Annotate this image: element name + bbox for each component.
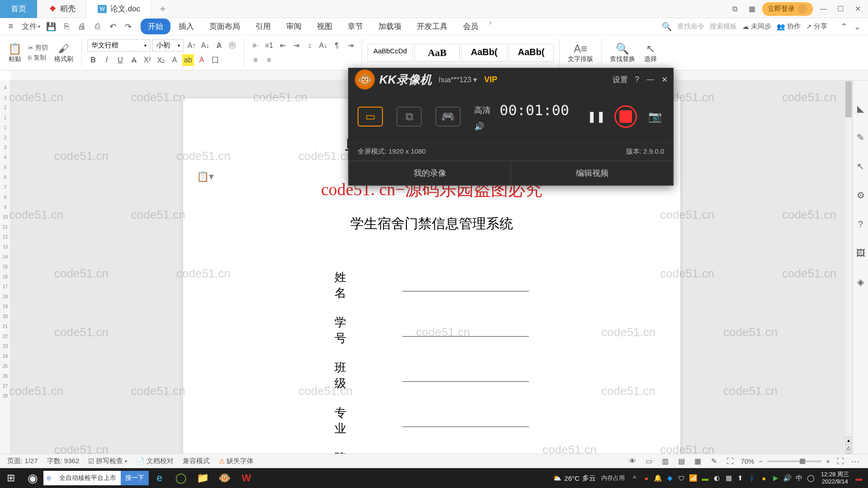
vertical-scrollbar[interactable] <box>845 81 852 447</box>
kk-pause-button[interactable]: ❚❚ <box>587 108 605 126</box>
phonetic-icon[interactable]: ㊥ <box>226 40 238 52</box>
file-menu[interactable]: 文件▾ <box>20 20 42 33</box>
collapse-up-icon[interactable]: ⌃ <box>837 20 850 33</box>
text-effect-button[interactable]: A <box>169 54 180 66</box>
cortana-icon[interactable]: ◉ <box>22 468 43 488</box>
edit-icon[interactable]: ✎ <box>708 455 720 467</box>
shrink-font-icon[interactable]: A↓ <box>199 40 211 52</box>
scroll-thumb[interactable] <box>845 81 852 117</box>
expand-down-icon[interactable]: ⌄ <box>851 20 863 33</box>
align-center-icon[interactable]: ≡ <box>263 54 275 66</box>
tray-app3-icon[interactable]: ◆ <box>665 473 675 483</box>
menu-tab-member[interactable]: 会员 <box>456 19 486 34</box>
font-color-button[interactable]: A <box>196 54 208 66</box>
ie-taskbar-icon[interactable]: e <box>149 468 170 488</box>
pen-tool-icon[interactable]: ✎ <box>855 132 866 143</box>
save-icon[interactable]: 💾 <box>45 20 57 33</box>
tray-app7-icon[interactable]: ▶ <box>770 473 781 483</box>
tray-app1-icon[interactable]: ● <box>641 473 652 483</box>
kk-fullscreen-mode[interactable]: ▭ <box>358 107 383 127</box>
fullscreen-icon[interactable]: ⛶ <box>835 455 846 467</box>
browser-icon[interactable]: ◯ <box>170 468 192 488</box>
print-icon[interactable]: 🖨 <box>75 20 88 33</box>
vertical-ruler[interactable]: 4321123456789101112131415161718192021222… <box>0 80 11 468</box>
kk-settings-button[interactable]: 设置 <box>613 75 628 85</box>
notification-icon[interactable]: ▬ <box>854 473 864 483</box>
image-tool-icon[interactable]: 🖼 <box>855 248 866 258</box>
search-icon[interactable]: 🔍 <box>662 22 672 32</box>
menu-tab-chapter[interactable]: 章节 <box>340 19 370 34</box>
format-painter-button[interactable]: 🖌 格式刷 <box>52 42 76 64</box>
kk-window-mode[interactable]: ⧉ <box>396 107 422 127</box>
copy-button[interactable]: ⎘复制 <box>28 54 48 62</box>
tray-app8-icon[interactable]: ◯ <box>806 473 816 483</box>
kk-quality[interactable]: 高清 <box>474 105 491 116</box>
kk-close-button[interactable]: ✕ <box>661 75 668 84</box>
style-heading2[interactable]: AaBb( <box>462 44 507 62</box>
view-web-icon[interactable]: ▥ <box>659 455 671 467</box>
kk-edit-video-button[interactable]: 编辑视频 <box>511 161 673 185</box>
italic-button[interactable]: I <box>101 54 113 66</box>
kk-recorder-window[interactable]: KK录像机 hua***123 ▾ VIP 设置 ? — ✕ ▭ ⧉ 🎮 高清 … <box>348 68 674 186</box>
tray-app4-icon[interactable]: ◐ <box>712 473 722 483</box>
tab-daoke[interactable]: ❖ 稻壳 <box>38 0 87 18</box>
align-left-icon[interactable]: ≡ <box>250 54 261 66</box>
font-size-select[interactable]: 小初▾ <box>152 39 184 52</box>
kk-vip-badge[interactable]: VIP <box>484 75 497 84</box>
search-go-button[interactable]: 搜一下 <box>121 471 149 485</box>
kk-screenshot-button[interactable]: 📷 <box>646 108 664 126</box>
menu-tab-review[interactable]: 审阅 <box>279 19 309 34</box>
bullet-list-icon[interactable]: ≡· <box>250 40 261 52</box>
settings-tool-icon[interactable]: ⚙ <box>855 190 866 201</box>
search-command[interactable]: 查找命令 <box>677 22 704 31</box>
zoom-out-button[interactable]: − <box>759 457 763 465</box>
line-spacing-icon[interactable]: ↕ <box>304 40 316 52</box>
tray-wifi-icon[interactable]: 📶 <box>688 473 699 483</box>
zoom-in-button[interactable]: + <box>826 457 830 465</box>
export-icon[interactable]: ⎘ <box>60 20 73 33</box>
strikethrough-button[interactable]: A̶ <box>128 54 140 66</box>
reading-mode-icon[interactable]: ⧉ <box>728 2 741 16</box>
maximize-button[interactable]: ☐ <box>834 2 847 16</box>
tray-nvidia-icon[interactable]: ▬ <box>700 473 711 483</box>
status-font[interactable]: ⚠缺失字体 <box>219 457 254 465</box>
superscript-button[interactable]: X² <box>142 54 153 66</box>
show-marks-icon[interactable]: ¶ <box>331 40 343 52</box>
tray-app5-icon[interactable]: ▦ <box>723 473 734 483</box>
preview-icon[interactable]: ⎙ <box>91 20 104 33</box>
grid-icon[interactable]: ▦ <box>745 2 759 16</box>
new-tab-button[interactable]: + <box>151 3 174 15</box>
status-words[interactable]: 字数: 9362 <box>47 457 80 465</box>
char-border-button[interactable]: 囗 <box>209 54 221 66</box>
taskbar-search[interactable]: e 全自动核检平台上市 搜一下 <box>43 471 149 485</box>
zoom-fit-icon[interactable]: ⛶ <box>724 455 736 467</box>
redo-icon[interactable]: ↷ <box>122 20 134 33</box>
minimize-button[interactable]: — <box>816 2 830 16</box>
tab-document[interactable]: W 论文.doc <box>87 0 151 18</box>
tab-stop-icon[interactable]: ⇥ <box>344 40 356 52</box>
cursor-tool-icon[interactable]: ↖ <box>855 161 866 172</box>
cut-button[interactable]: ✂剪切 <box>28 44 48 52</box>
text-layout-button[interactable]: A≡ 文字排版 <box>565 42 596 64</box>
sort-icon[interactable]: A↓ <box>317 40 329 52</box>
paste-options-icon[interactable]: 📋▾ <box>197 171 214 183</box>
menu-tab-addons[interactable]: 加载项 <box>371 19 409 34</box>
status-spell[interactable]: ☑拼写检查▾ <box>88 457 127 465</box>
tray-app6-icon[interactable]: ● <box>759 473 769 483</box>
number-list-icon[interactable]: ≡1 <box>263 40 275 52</box>
select-button[interactable]: ↖ 选择 <box>642 42 660 64</box>
close-button[interactable]: ✕ <box>851 2 864 16</box>
share-button[interactable]: ↗分享 <box>806 22 827 31</box>
zoom-slider[interactable] <box>767 460 821 462</box>
more-status-icon[interactable]: ⋯ <box>851 456 861 467</box>
menu-tab-start[interactable]: 开始 <box>141 19 170 34</box>
kk-volume-icon[interactable]: 🔊 <box>474 122 569 131</box>
collab-button[interactable]: 👥协作 <box>777 22 801 31</box>
tray-usb-icon[interactable]: ⬆ <box>735 473 746 483</box>
kk-header[interactable]: KK录像机 hua***123 ▾ VIP 设置 ? — ✕ <box>349 68 673 91</box>
kk-help-icon[interactable]: ? <box>635 75 639 84</box>
tray-ime-icon[interactable]: 中 <box>794 473 805 483</box>
menu-tab-view[interactable]: 视图 <box>310 19 340 34</box>
subscript-button[interactable]: X₂ <box>155 54 167 66</box>
underline-button[interactable]: U <box>114 54 126 66</box>
